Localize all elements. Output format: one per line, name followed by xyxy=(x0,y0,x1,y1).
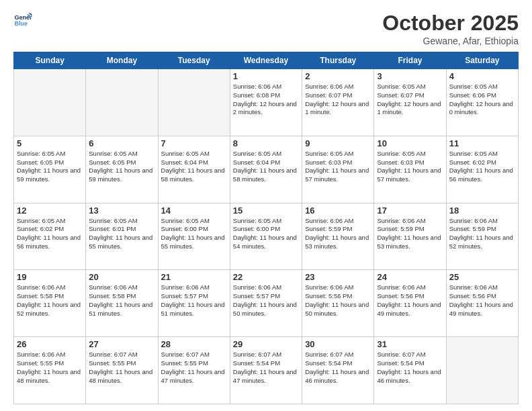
day-info: Sunrise: 6:06 AM Sunset: 5:59 PM Dayligh… xyxy=(305,217,371,251)
calendar-cell: 24Sunrise: 6:06 AM Sunset: 5:56 PM Dayli… xyxy=(374,270,446,337)
calendar-cell: 31Sunrise: 6:07 AM Sunset: 5:54 PM Dayli… xyxy=(374,337,446,404)
day-number: 14 xyxy=(161,205,227,216)
day-info: Sunrise: 6:07 AM Sunset: 5:54 PM Dayligh… xyxy=(305,351,371,385)
day-number: 20 xyxy=(89,272,154,282)
calendar-cell xyxy=(446,337,518,404)
day-number: 17 xyxy=(377,205,443,216)
day-info: Sunrise: 6:06 AM Sunset: 5:55 PM Dayligh… xyxy=(17,351,83,385)
title-block: October 2025 Gewane, Afar, Ethiopia xyxy=(382,11,519,46)
day-info: Sunrise: 6:05 AM Sunset: 6:05 PM Dayligh… xyxy=(89,150,154,184)
day-info: Sunrise: 6:07 AM Sunset: 5:54 PM Dayligh… xyxy=(377,351,443,385)
calendar-cell: 18Sunrise: 6:06 AM Sunset: 5:59 PM Dayli… xyxy=(446,203,518,270)
day-info: Sunrise: 6:06 AM Sunset: 6:08 PM Dayligh… xyxy=(233,83,299,117)
calendar-week-row: 5Sunrise: 6:05 AM Sunset: 6:05 PM Daylig… xyxy=(14,136,519,203)
day-number: 22 xyxy=(233,272,299,282)
day-info: Sunrise: 6:05 AM Sunset: 6:05 PM Dayligh… xyxy=(17,150,83,184)
day-info: Sunrise: 6:05 AM Sunset: 6:03 PM Dayligh… xyxy=(377,150,443,184)
calendar-cell: 26Sunrise: 6:06 AM Sunset: 5:55 PM Dayli… xyxy=(14,337,86,404)
day-info: Sunrise: 6:05 AM Sunset: 6:02 PM Dayligh… xyxy=(449,150,515,184)
day-info: Sunrise: 6:05 AM Sunset: 6:00 PM Dayligh… xyxy=(161,217,227,251)
day-number: 2 xyxy=(305,71,371,81)
day-number: 31 xyxy=(377,339,443,349)
day-info: Sunrise: 6:06 AM Sunset: 6:07 PM Dayligh… xyxy=(305,83,371,117)
day-info: Sunrise: 6:05 AM Sunset: 6:00 PM Dayligh… xyxy=(233,217,299,251)
day-of-week-header: Monday xyxy=(86,52,158,69)
calendar-week-row: 26Sunrise: 6:06 AM Sunset: 5:55 PM Dayli… xyxy=(14,337,519,404)
calendar-cell: 13Sunrise: 6:05 AM Sunset: 6:01 PM Dayli… xyxy=(86,203,158,270)
calendar-cell: 9Sunrise: 6:05 AM Sunset: 6:03 PM Daylig… xyxy=(302,136,374,203)
day-number: 25 xyxy=(449,272,515,282)
day-of-week-header: Wednesday xyxy=(230,52,302,69)
day-number: 3 xyxy=(377,71,443,81)
calendar-cell: 4Sunrise: 6:05 AM Sunset: 6:06 PM Daylig… xyxy=(446,69,518,136)
day-info: Sunrise: 6:06 AM Sunset: 5:56 PM Dayligh… xyxy=(377,283,443,318)
calendar-cell: 28Sunrise: 6:07 AM Sunset: 5:55 PM Dayli… xyxy=(158,337,230,404)
calendar-cell: 29Sunrise: 6:07 AM Sunset: 5:54 PM Dayli… xyxy=(230,337,302,404)
day-number: 10 xyxy=(377,138,443,148)
day-info: Sunrise: 6:05 AM Sunset: 6:04 PM Dayligh… xyxy=(161,150,227,184)
calendar-cell: 22Sunrise: 6:06 AM Sunset: 5:57 PM Dayli… xyxy=(230,270,302,337)
day-info: Sunrise: 6:06 AM Sunset: 5:59 PM Dayligh… xyxy=(449,217,515,251)
calendar-week-row: 1Sunrise: 6:06 AM Sunset: 6:08 PM Daylig… xyxy=(14,69,519,136)
day-number: 28 xyxy=(161,339,227,349)
calendar-cell xyxy=(158,69,230,136)
calendar-cell xyxy=(86,69,158,136)
subtitle: Gewane, Afar, Ethiopia xyxy=(382,36,519,46)
day-info: Sunrise: 6:05 AM Sunset: 6:03 PM Dayligh… xyxy=(305,150,371,184)
day-info: Sunrise: 6:07 AM Sunset: 5:54 PM Dayligh… xyxy=(233,351,299,385)
calendar-header-row: SundayMondayTuesdayWednesdayThursdayFrid… xyxy=(14,52,519,69)
day-info: Sunrise: 6:05 AM Sunset: 6:07 PM Dayligh… xyxy=(377,83,443,117)
calendar-cell: 1Sunrise: 6:06 AM Sunset: 6:08 PM Daylig… xyxy=(230,69,302,136)
calendar-cell: 17Sunrise: 6:06 AM Sunset: 5:59 PM Dayli… xyxy=(374,203,446,270)
calendar-cell: 3Sunrise: 6:05 AM Sunset: 6:07 PM Daylig… xyxy=(374,69,446,136)
calendar-cell: 2Sunrise: 6:06 AM Sunset: 6:07 PM Daylig… xyxy=(302,69,374,136)
day-number: 19 xyxy=(17,272,83,282)
day-number: 24 xyxy=(377,272,443,282)
calendar-cell: 7Sunrise: 6:05 AM Sunset: 6:04 PM Daylig… xyxy=(158,136,230,203)
calendar-cell: 20Sunrise: 6:06 AM Sunset: 5:58 PM Dayli… xyxy=(86,270,158,337)
day-of-week-header: Thursday xyxy=(302,52,374,69)
logo-icon: General Blue xyxy=(13,11,32,30)
calendar-week-row: 19Sunrise: 6:06 AM Sunset: 5:58 PM Dayli… xyxy=(14,270,519,337)
calendar-table: SundayMondayTuesdayWednesdayThursdayFrid… xyxy=(13,52,519,404)
calendar-cell: 15Sunrise: 6:05 AM Sunset: 6:00 PM Dayli… xyxy=(230,203,302,270)
day-number: 11 xyxy=(449,138,515,148)
calendar-week-row: 12Sunrise: 6:05 AM Sunset: 6:02 PM Dayli… xyxy=(14,203,519,270)
calendar-cell: 5Sunrise: 6:05 AM Sunset: 6:05 PM Daylig… xyxy=(14,136,86,203)
day-info: Sunrise: 6:06 AM Sunset: 5:57 PM Dayligh… xyxy=(161,283,227,318)
day-number: 8 xyxy=(233,138,299,148)
day-info: Sunrise: 6:06 AM Sunset: 5:58 PM Dayligh… xyxy=(89,283,154,318)
calendar-cell: 11Sunrise: 6:05 AM Sunset: 6:02 PM Dayli… xyxy=(446,136,518,203)
calendar-cell: 8Sunrise: 6:05 AM Sunset: 6:04 PM Daylig… xyxy=(230,136,302,203)
calendar-cell: 30Sunrise: 6:07 AM Sunset: 5:54 PM Dayli… xyxy=(302,337,374,404)
day-info: Sunrise: 6:05 AM Sunset: 6:01 PM Dayligh… xyxy=(89,217,154,251)
day-number: 26 xyxy=(17,339,83,349)
calendar-cell: 16Sunrise: 6:06 AM Sunset: 5:59 PM Dayli… xyxy=(302,203,374,270)
day-number: 12 xyxy=(17,205,83,216)
day-info: Sunrise: 6:07 AM Sunset: 5:55 PM Dayligh… xyxy=(161,351,227,385)
calendar-cell: 21Sunrise: 6:06 AM Sunset: 5:57 PM Dayli… xyxy=(158,270,230,337)
header: General Blue October 2025 Gewane, Afar, … xyxy=(13,11,519,46)
day-number: 6 xyxy=(89,138,154,148)
day-info: Sunrise: 6:06 AM Sunset: 5:58 PM Dayligh… xyxy=(17,283,83,318)
day-number: 15 xyxy=(233,205,299,216)
calendar-cell: 25Sunrise: 6:06 AM Sunset: 5:56 PM Dayli… xyxy=(446,270,518,337)
day-number: 4 xyxy=(449,71,515,81)
day-of-week-header: Saturday xyxy=(446,52,518,69)
day-number: 16 xyxy=(305,205,371,216)
logo: General Blue xyxy=(13,11,32,30)
page: General Blue October 2025 Gewane, Afar, … xyxy=(0,0,532,411)
day-number: 23 xyxy=(305,272,371,282)
calendar-cell: 27Sunrise: 6:07 AM Sunset: 5:55 PM Dayli… xyxy=(86,337,158,404)
day-number: 18 xyxy=(449,205,515,216)
day-info: Sunrise: 6:06 AM Sunset: 5:59 PM Dayligh… xyxy=(377,217,443,251)
day-of-week-header: Sunday xyxy=(14,52,86,69)
svg-text:Blue: Blue xyxy=(14,20,28,27)
calendar-cell: 6Sunrise: 6:05 AM Sunset: 6:05 PM Daylig… xyxy=(86,136,158,203)
day-number: 27 xyxy=(89,339,154,349)
day-number: 21 xyxy=(161,272,227,282)
day-number: 7 xyxy=(161,138,227,148)
calendar-cell: 10Sunrise: 6:05 AM Sunset: 6:03 PM Dayli… xyxy=(374,136,446,203)
main-title: October 2025 xyxy=(382,11,519,36)
day-info: Sunrise: 6:05 AM Sunset: 6:04 PM Dayligh… xyxy=(233,150,299,184)
